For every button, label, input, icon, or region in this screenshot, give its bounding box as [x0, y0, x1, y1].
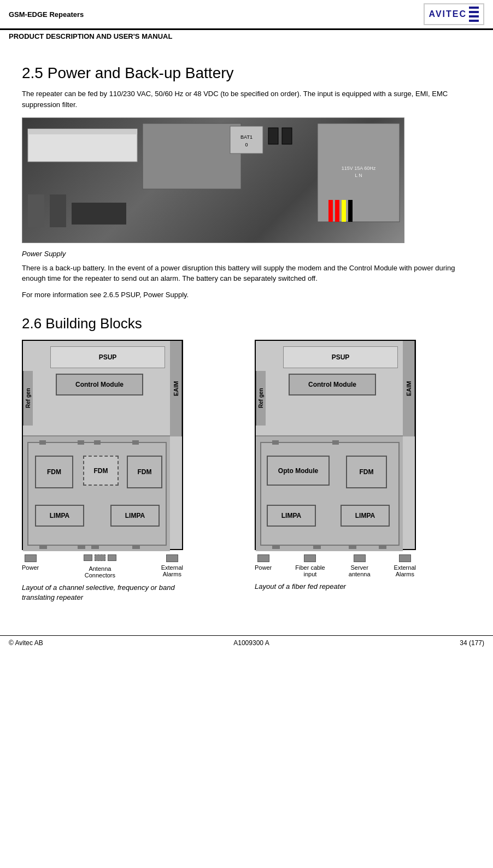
diagram-left-container: EAIM PSUP Ref gen Control Module FDM FDM…: [22, 340, 238, 603]
psup-block-right: PSUP: [283, 346, 398, 368]
connector-power-right: Power: [255, 554, 272, 571]
power-label-right: Power: [255, 564, 272, 571]
conn-nub-1: [39, 440, 46, 445]
connector-fiber: Fiber cable input: [295, 554, 325, 577]
psup-block-left: PSUP: [50, 346, 165, 368]
logo-stripe: [469, 7, 479, 22]
alarms-port-right: [399, 554, 411, 562]
limpa-right: LIMPA: [110, 505, 160, 527]
connector-alarms-left: External Alarms: [161, 554, 183, 577]
header-subtitle: PRODUCT DESCRIPTION AND USER'S MANUAL: [0, 29, 493, 43]
antenna-port-2: [108, 554, 116, 561]
power-port-right: [257, 554, 269, 562]
limpa-left: LIMPA: [35, 505, 84, 527]
svg-rect-15: [28, 194, 44, 227]
fiber-port: [304, 554, 316, 562]
antenna-port-dashed: [95, 554, 105, 561]
section-2-5-para1: The repeater can be fed by 110/230 VAC, …: [22, 88, 471, 110]
power-supply-image-inner: BAT1 0 115V 15A 60Hz L N: [22, 118, 404, 243]
power-label-left: Power: [22, 564, 39, 571]
section-2-6-title: 2.6 Building Blocks: [22, 315, 471, 332]
fiber-label: Fiber cable input: [295, 564, 325, 577]
diagrams-row: EAIM PSUP Ref gen Control Module FDM FDM…: [22, 340, 471, 603]
conn-nub-r1: [272, 440, 279, 445]
antenna-port-1: [84, 554, 92, 561]
section-2-5-title: 2.5 Power and Back-up Battery: [22, 64, 471, 82]
power-port-left: [25, 554, 37, 562]
fdm-right: FDM: [127, 456, 162, 488]
fdm-middle: FDM: [83, 456, 119, 486]
refgen-label-left: Ref gen: [23, 371, 33, 426]
eaim-label-left: EAIM: [170, 341, 182, 436]
logo: AVITEC: [424, 3, 484, 25]
page-content: 2.5 Power and Back-up Battery The repeat…: [0, 43, 493, 613]
bottom-nub-4: [132, 545, 140, 549]
footer-doc-number: A1009300 A: [233, 639, 269, 647]
power-supply-image: BAT1 0 115V 15A 60Hz L N: [22, 117, 404, 243]
server-antenna-port: [354, 554, 366, 562]
footer-page: 34 (177): [460, 639, 484, 647]
limpa-right-right: LIMPA: [341, 505, 390, 527]
svg-rect-3: [230, 126, 263, 153]
connector-antenna-left: Antenna Connectors: [84, 554, 116, 578]
antenna-ports: [84, 554, 116, 563]
alarms-label-left: External Alarms: [161, 564, 183, 577]
svg-rect-17: [72, 203, 126, 225]
svg-rect-14: [348, 200, 353, 222]
diagram-right-caption: Layout of a fiber fed repeater: [255, 582, 419, 592]
connector-server-antenna: Server antenna: [349, 554, 371, 577]
section-2-5-para2: There is a back-up battery. In the event…: [22, 263, 471, 284]
conn-nub-r2: [332, 440, 339, 445]
section-2-5-para3: For more information see 2.6.5 PSUP, Pow…: [22, 290, 471, 300]
svg-rect-13: [342, 200, 346, 222]
svg-text:L  N: L N: [355, 173, 362, 178]
fdm-right-diagram: FDM: [346, 456, 387, 488]
connector-alarms-right: External Alarms: [394, 554, 416, 577]
svg-rect-6: [268, 128, 278, 144]
diagram-left-box: EAIM PSUP Ref gen Control Module FDM FDM…: [22, 340, 183, 550]
page-header: GSM-EDGE Repeaters AVITEC: [0, 0, 493, 29]
bottom-nub-1: [39, 545, 47, 549]
opto-module: Opto Module: [267, 456, 330, 486]
svg-rect-7: [282, 128, 292, 144]
bottom-nub-r4: [379, 545, 386, 549]
svg-text:0: 0: [245, 142, 248, 147]
alarms-label-right: External Alarms: [394, 564, 416, 577]
logo-text: AVITEC: [429, 9, 467, 19]
eaim-label-right: EAIM: [403, 341, 415, 436]
conn-nub-3: [94, 440, 101, 445]
page-footer: © Avitec AB A1009300 A 34 (177): [0, 635, 493, 650]
refgen-label-right: Ref gen: [256, 371, 266, 426]
bottom-nub-r1: [272, 545, 280, 549]
right-diagram-connectors: Power Fiber cable input Server antenna E…: [255, 554, 416, 577]
connector-power-left: Power: [22, 554, 39, 571]
diagram-right-box: EAIM PSUP Ref gen Control Module Opto Mo…: [255, 340, 416, 550]
svg-text:BAT1: BAT1: [240, 134, 253, 140]
control-module-right: Control Module: [289, 374, 376, 395]
conn-nub-2: [78, 440, 84, 445]
diagram-left-caption: Layout of a channel selective, frequency…: [22, 583, 186, 603]
server-antenna-label: Server antenna: [349, 564, 371, 577]
bottom-nub-r2: [313, 545, 321, 549]
footer-copyright: © Avitec AB: [9, 639, 43, 647]
left-diagram-connectors: Power Antenna Connectors External Alarms: [22, 554, 183, 578]
bottom-nub-3: [91, 545, 99, 549]
fdm-left: FDM: [35, 456, 73, 488]
svg-rect-12: [335, 200, 339, 222]
svg-rect-1: [28, 129, 137, 134]
antenna-label: Antenna Connectors: [85, 565, 115, 578]
svg-text:115V 15A 60Hz: 115V 15A 60Hz: [342, 166, 376, 171]
power-supply-caption: Power Supply: [22, 249, 471, 259]
header-title-left: GSM-EDGE Repeaters: [9, 10, 84, 19]
bottom-nub-r3: [349, 545, 356, 549]
diagram-right-container: EAIM PSUP Ref gen Control Module Opto Mo…: [255, 340, 471, 592]
svg-rect-11: [328, 200, 333, 222]
limpa-left-right: LIMPA: [267, 505, 316, 527]
conn-nub-4: [132, 440, 139, 445]
svg-rect-16: [50, 194, 66, 227]
svg-rect-2: [143, 123, 241, 189]
alarms-port-left: [166, 554, 178, 562]
bottom-nub-2: [78, 545, 85, 549]
control-module-left: Control Module: [56, 374, 143, 395]
